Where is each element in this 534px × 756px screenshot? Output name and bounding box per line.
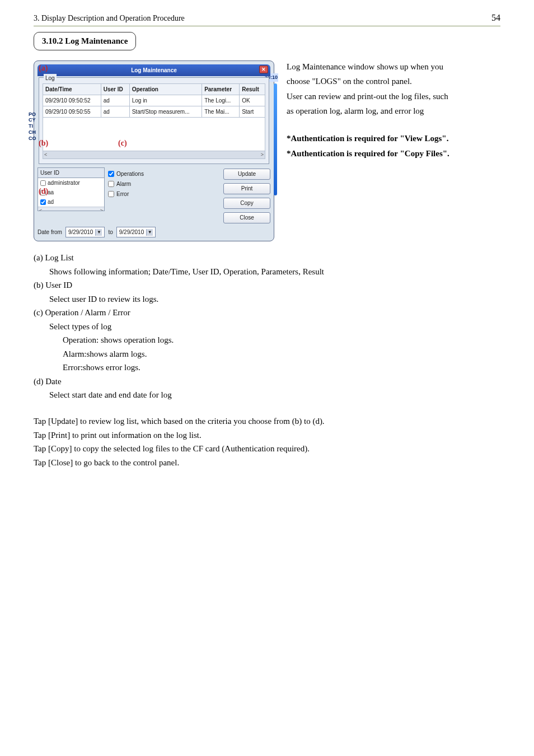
window-titlebar: Log Maintenance ✕ — [38, 64, 270, 76]
date-from-picker[interactable]: 9/29/2010▼ — [65, 227, 105, 237]
col-result[interactable]: Result — [240, 83, 265, 95]
chk-operations[interactable] — [108, 171, 114, 177]
list-item[interactable]: ad — [38, 197, 104, 207]
groupbox-legend: Log — [44, 74, 57, 82]
explain-line: User can review and print-out the log fi… — [287, 90, 500, 103]
date-from-label: Date from — [38, 228, 62, 236]
explain-line: Log Maintenance window shows up when you — [287, 60, 500, 73]
screenshot-window: (a) PO CY TI CH CO 10:10 Log Maintenance… — [34, 60, 274, 242]
callout-b: (b) — [39, 137, 48, 149]
tap-copy: Tap [Copy] to copy the selected log file… — [34, 442, 500, 455]
h-scrollbar[interactable]: <> — [43, 151, 265, 160]
chk-error[interactable] — [108, 191, 114, 197]
userid-check-2[interactable] — [40, 199, 46, 205]
copy-button[interactable]: Copy — [223, 198, 270, 209]
explain-line: as operation log, alarm log, and error l… — [287, 105, 500, 118]
callout-a: (a) — [39, 62, 48, 74]
explain-block: Log Maintenance window shows up when you… — [287, 60, 500, 162]
window-title: Log Maintenance — [131, 67, 177, 73]
table-row[interactable]: 09/29/10 09:50:55 ad Start/Stop measurem… — [43, 106, 265, 117]
close-button[interactable]: Close — [223, 212, 270, 223]
log-groupbox: Log Date/Time User ID Operation Paramete… — [39, 77, 269, 165]
update-button[interactable]: Update — [223, 169, 270, 180]
chevron-down-icon[interactable]: ▼ — [146, 229, 153, 236]
item-d-body: Select start date and end date for log — [34, 389, 500, 402]
col-operation[interactable]: Operation — [129, 83, 202, 95]
item-a-body: Shows following information; Date/Time, … — [34, 265, 500, 278]
date-to-picker[interactable]: 9/29/2010▼ — [116, 227, 156, 237]
col-parameter[interactable]: Parameter — [202, 83, 240, 95]
page-number: 54 — [491, 11, 500, 25]
item-b-body: Select user ID to review its logs. — [34, 293, 500, 306]
item-c-body: Select types of log — [34, 320, 500, 333]
date-row: Date from 9/29/2010▼ to 9/29/2010▼ — [38, 227, 270, 237]
item-c-er: Error:shows error logs. — [34, 361, 500, 374]
col-datetime[interactable]: Date/Time — [43, 83, 101, 95]
button-column: Update Print Copy Close — [223, 167, 270, 223]
side-panel-labels: PO CY TI CH CO — [29, 111, 36, 142]
userbox-scroll[interactable]: <> — [38, 207, 104, 211]
page-header: 3. Display Description and Operation Pro… — [34, 11, 500, 26]
col-userid[interactable]: User ID — [101, 83, 129, 95]
item-d-head: (d) Date — [34, 375, 500, 388]
explain-line: choose "LOGS" on the control panel. — [287, 75, 500, 88]
right-blue-strip — [274, 83, 277, 195]
item-c-al: Alarm:shows alarm logs. — [34, 348, 500, 361]
table-row[interactable]: 09/29/10 09:50:52 ad Log in The Logi... … — [43, 95, 265, 106]
log-table: Date/Time User ID Operation Parameter Re… — [43, 83, 265, 118]
item-b-head: (b) User ID — [34, 279, 500, 292]
close-icon[interactable]: ✕ — [259, 66, 268, 73]
chk-operations-label[interactable]: Operations — [108, 170, 144, 178]
tap-update: Tap [Update] to review log list, which b… — [34, 415, 500, 428]
tap-close: Tap [Close] to go back to the control pa… — [34, 456, 500, 469]
chk-error-label[interactable]: Error — [108, 190, 144, 198]
section-title: 3.10.2 Log Maintenance — [34, 32, 136, 50]
tap-print: Tap [Print] to print out information on … — [34, 429, 500, 442]
logtype-checks: Operations Alarm Error — [108, 167, 144, 223]
chevron-down-icon[interactable]: ▼ — [95, 229, 102, 236]
content-descriptions: (a) Log List Shows following information… — [34, 251, 500, 402]
item-c-head: (c) Operation / Alarm / Error — [34, 306, 500, 319]
item-a-head: (a) Log List — [34, 251, 500, 264]
chk-alarm-label[interactable]: Alarm — [108, 180, 144, 188]
callout-d: (d) — [39, 185, 48, 197]
auth-note-2: *Authentication is required for "Copy Fi… — [287, 147, 500, 160]
print-button[interactable]: Print — [223, 183, 270, 194]
user-id-head: User ID — [38, 168, 104, 178]
callout-c: (c) — [118, 137, 127, 149]
chk-alarm[interactable] — [108, 181, 114, 187]
auth-note-1: *Authentication is required for "View Lo… — [287, 132, 500, 145]
tap-instructions: Tap [Update] to review log list, which b… — [34, 415, 500, 469]
item-c-op: Operation: shows operation logs. — [34, 334, 500, 347]
date-to-label: to — [108, 228, 113, 236]
table-blank — [43, 118, 265, 151]
header-left: 3. Display Description and Operation Pro… — [34, 12, 185, 24]
